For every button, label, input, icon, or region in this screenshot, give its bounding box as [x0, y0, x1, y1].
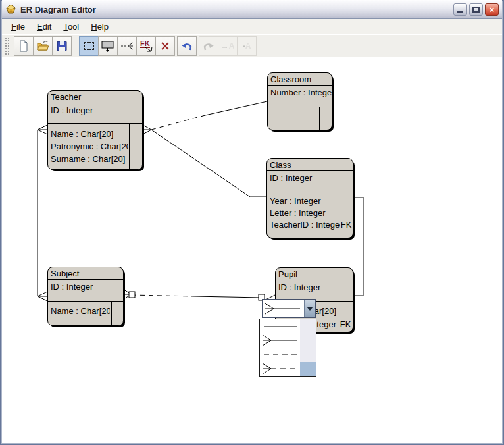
crowfoot-dashed-line-icon	[261, 362, 299, 375]
selection-tool-button[interactable]	[79, 36, 99, 56]
entity-attribute: Patronymic : Char[20]	[48, 142, 128, 151]
entity-attribute: Surname : Char[20]	[48, 154, 128, 164]
comment-tool-button[interactable]	[98, 36, 118, 56]
entity-attribute: Year : Integer	[267, 196, 340, 206]
line-style-option-crowfoot-solid-line[interactable]	[260, 334, 316, 348]
line-style-option-crowfoot-dashed-line[interactable]	[260, 362, 316, 377]
fk-column-divider	[319, 107, 320, 130]
redo-button	[199, 36, 218, 56]
relationship-handle	[129, 292, 135, 298]
close-icon: ×	[490, 5, 495, 14]
delete-button[interactable]	[155, 36, 175, 56]
combo-dropdown-button[interactable]	[304, 300, 315, 317]
entity-attribute: Name : Char[20]	[48, 306, 110, 316]
relationship-tool-button[interactable]	[117, 36, 137, 56]
foreign-key-tool-button[interactable]: FK	[136, 36, 156, 56]
close-button[interactable]: ×	[485, 3, 499, 16]
fk-badge: FK	[338, 319, 353, 329]
fk-column-divider	[341, 192, 341, 238]
titlebar[interactable]: ER Diagram Editor ×	[2, 0, 502, 19]
menu-help[interactable]: Help	[86, 20, 114, 33]
crowfoot-solid-line-icon	[261, 334, 299, 347]
solid-line-icon	[261, 320, 299, 333]
line-style-dropdown-list	[259, 319, 316, 377]
action-a-1-button: →A	[218, 36, 238, 56]
fk-column-divider	[340, 302, 340, 331]
menu-edit[interactable]: Edit	[32, 20, 57, 33]
save-file-button[interactable]	[52, 36, 72, 56]
entity-classroom[interactable]: Classroom Number : Integer	[267, 72, 332, 130]
arrow-a-icon: →A	[221, 41, 235, 51]
app-window: ER Diagram Editor × File Edit Tool Help	[0, 0, 504, 445]
maximize-icon	[472, 7, 480, 13]
redo-arrow-icon	[202, 39, 215, 53]
minimize-button[interactable]	[453, 3, 467, 16]
combo-selected-value	[263, 300, 304, 317]
menu-tool[interactable]: Tool	[58, 20, 84, 33]
crow-foot-icon	[145, 46, 153, 53]
entity-teacher[interactable]: Teacher ID : Integer Name : Char[20] Pat…	[47, 90, 143, 170]
selection-rectangle-icon	[84, 42, 94, 50]
window-title: ER Diagram Editor	[20, 5, 453, 14]
new-document-button[interactable]	[14, 36, 34, 56]
toolbar-grip[interactable]	[5, 37, 11, 55]
fk-column-divider	[111, 302, 112, 325]
dash-a-icon: -A	[243, 41, 251, 51]
comment-callout-icon	[101, 39, 115, 53]
entity-title: Subject	[48, 267, 123, 280]
app-icon	[5, 4, 16, 15]
diagram-canvas[interactable]: Teacher ID : Integer Name : Char[20] Pat…	[2, 57, 502, 443]
entity-key: ID : Integer	[48, 280, 123, 302]
entity-attribute: Name : Char[20]	[48, 129, 128, 139]
menu-file[interactable]: File	[6, 20, 30, 33]
entity-title: Class	[267, 159, 353, 171]
toolbar: FK	[2, 34, 502, 57]
line-style-option-dashed-line[interactable]	[260, 348, 316, 362]
undo-arrow-icon	[180, 39, 193, 53]
line-style-option-solid-line[interactable]	[260, 319, 316, 334]
entity-title: Pupil	[276, 268, 353, 280]
open-folder-icon	[36, 39, 49, 53]
line-style-combobox[interactable]	[262, 299, 316, 318]
open-file-button[interactable]	[33, 36, 53, 56]
chevron-down-icon	[307, 307, 313, 311]
minimize-icon	[457, 11, 463, 13]
entity-title: Classroom	[268, 73, 332, 86]
save-floppy-icon	[55, 39, 68, 53]
fk-column-divider	[129, 124, 130, 170]
entity-key: ID : Integer	[267, 171, 353, 192]
action-a-2-button: -A	[237, 36, 257, 56]
entity-attribute: Letter : Integer	[267, 208, 340, 218]
undo-button[interactable]	[177, 36, 197, 56]
entity-subject[interactable]: Subject ID : Integer Name : Char[20]	[47, 267, 124, 326]
entity-attribute: TeacherID : Integer	[267, 220, 340, 230]
menu-bar: File Edit Tool Help	[2, 19, 502, 34]
entity-key: Number : Integer	[268, 86, 332, 107]
crowfoot-solid-line-icon	[264, 301, 302, 316]
maximize-button[interactable]	[469, 3, 483, 16]
entity-key: ID : Integer	[48, 103, 142, 124]
dashed-line-icon	[261, 348, 299, 361]
fk-badge: FK	[340, 220, 353, 230]
relationship-line-icon	[120, 41, 134, 51]
entity-class[interactable]: Class ID : Integer Year : Integer Letter…	[266, 158, 353, 238]
delete-x-icon	[159, 40, 171, 52]
entity-title: Teacher	[48, 91, 142, 103]
new-document-icon	[17, 39, 30, 53]
